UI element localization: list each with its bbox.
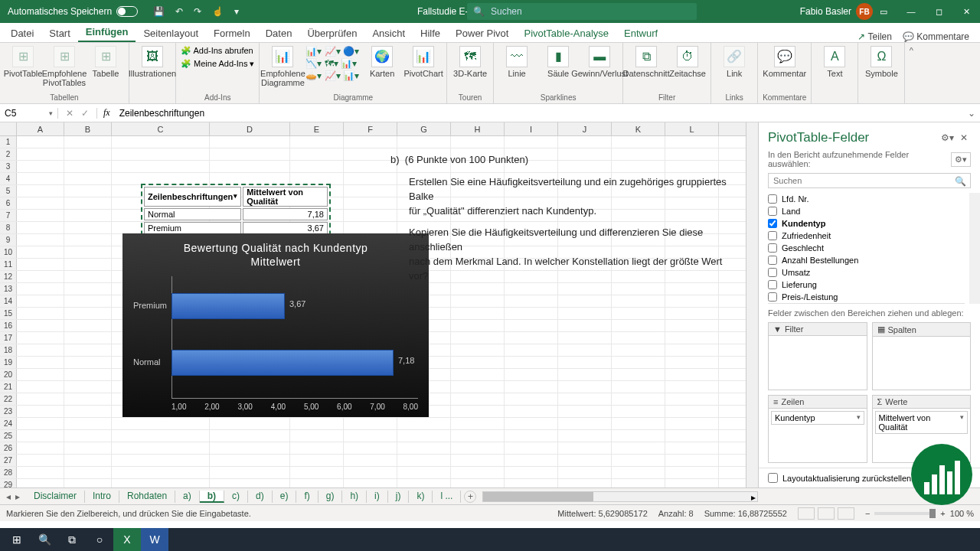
field-checkbox[interactable]: Preis-/Leistung bbox=[768, 291, 965, 303]
zoom-out-icon[interactable]: − bbox=[865, 509, 870, 518]
maximize-icon[interactable]: ◻ bbox=[925, 0, 952, 23]
excel-taskbar-icon[interactable]: X bbox=[113, 528, 141, 551]
tab-ansicht[interactable]: Ansicht bbox=[364, 24, 413, 42]
embedded-chart[interactable]: Bewertung Qualität nach KundentypMittelw… bbox=[122, 233, 429, 417]
col-I[interactable]: I bbox=[505, 122, 558, 135]
rows-area[interactable]: ≡ ZeilenKundentyp bbox=[768, 395, 867, 463]
recommended-pivottables-button[interactable]: ⊞Empfohlene PivotTables bbox=[46, 46, 83, 87]
field-checkbox[interactable]: Anzahl Bestellungen bbox=[768, 254, 965, 266]
layout-options-icon[interactable]: ⚙▾ bbox=[951, 152, 971, 167]
enter-formula-icon[interactable]: ✓ bbox=[81, 108, 89, 119]
field-checkbox[interactable]: Umsatz bbox=[768, 266, 965, 279]
tab-ueberpruefen[interactable]: Überprüfen bbox=[299, 24, 364, 42]
zoom-in-icon[interactable]: + bbox=[940, 509, 945, 518]
text-button[interactable]: AText bbox=[816, 46, 853, 78]
comments-button[interactable]: 💬 Kommentare bbox=[903, 31, 969, 42]
pivottable-button[interactable]: ⊞PivotTable bbox=[5, 46, 41, 78]
zoom-control[interactable]: − + 100 % bbox=[865, 509, 974, 518]
tab-hilfe[interactable]: Hilfe bbox=[413, 24, 448, 42]
3d-map-button[interactable]: 🗺3D-Karte bbox=[452, 46, 488, 78]
add-sheet-button[interactable]: + bbox=[464, 491, 476, 503]
link-button[interactable]: 🔗Link bbox=[716, 46, 753, 78]
sheet-tab[interactable]: k) bbox=[409, 491, 433, 503]
pane-options-icon[interactable]: ⚙▾ bbox=[938, 132, 957, 143]
save-icon[interactable]: 💾 bbox=[153, 6, 165, 17]
cortana-icon[interactable]: ○ bbox=[86, 528, 113, 551]
col-K[interactable]: K bbox=[612, 122, 665, 135]
col-L[interactable]: L bbox=[665, 122, 719, 135]
sheet-tab[interactable]: e) bbox=[273, 491, 297, 503]
touch-icon[interactable]: ☝ bbox=[212, 6, 224, 17]
sparkline-line-button[interactable]: 〰Linie bbox=[498, 46, 535, 78]
tab-einfuegen[interactable]: Einfügen bbox=[78, 23, 136, 42]
collapse-ribbon-icon[interactable]: ^ bbox=[905, 43, 917, 103]
sheet-nav-next-icon[interactable]: ▸ bbox=[15, 491, 20, 502]
col-C[interactable]: C bbox=[112, 122, 210, 135]
redo-icon[interactable]: ↷ bbox=[194, 6, 201, 17]
sheet-tab[interactable]: b) bbox=[200, 491, 224, 503]
formula-input[interactable] bbox=[116, 108, 968, 119]
sheet-tab[interactable]: d) bbox=[248, 491, 273, 503]
page-layout-view-icon[interactable] bbox=[818, 507, 835, 520]
tab-seitenlayout[interactable]: Seitenlayout bbox=[136, 24, 206, 42]
recommended-charts-button[interactable]: 📊Empfohlene Diagramme bbox=[264, 46, 301, 87]
user-account[interactable]: Fabio Basler FB bbox=[800, 3, 873, 20]
chart-type-1[interactable]: 📊▾ 📈▾ 🔵▾ bbox=[305, 46, 359, 57]
field-checkbox[interactable]: Lieferung bbox=[768, 279, 965, 291]
col-J[interactable]: J bbox=[558, 122, 612, 135]
field-checkbox[interactable]: Kundentyp bbox=[768, 217, 965, 230]
maps-button[interactable]: 🌍Karten bbox=[364, 46, 400, 78]
pivot-row-header[interactable]: Zeilenbeschriftungen bbox=[144, 187, 241, 207]
sheet-nav-prev-icon[interactable]: ◂ bbox=[6, 491, 11, 502]
page-break-view-icon[interactable] bbox=[838, 507, 854, 520]
task-view-icon[interactable]: ⧉ bbox=[58, 528, 86, 551]
symbols-button[interactable]: ΩSymbole bbox=[863, 46, 900, 78]
col-E[interactable]: E bbox=[290, 122, 344, 135]
col-F[interactable]: F bbox=[344, 122, 397, 135]
close-icon[interactable]: ✕ bbox=[952, 0, 980, 23]
ribbon-display-icon[interactable]: ▭ bbox=[870, 0, 897, 23]
col-A[interactable]: A bbox=[17, 122, 64, 135]
field-checkbox[interactable]: Land bbox=[768, 205, 965, 217]
zoom-slider[interactable] bbox=[874, 512, 936, 515]
sheet-tab[interactable]: i) bbox=[367, 491, 388, 503]
sheet-tab[interactable]: l ... bbox=[433, 491, 461, 503]
col-D[interactable]: D bbox=[210, 122, 290, 135]
minimize-icon[interactable]: — bbox=[897, 0, 925, 23]
tab-powerpivot[interactable]: Power Pivot bbox=[448, 24, 516, 42]
sheet-tab[interactable]: Rohdaten bbox=[119, 491, 175, 503]
sheet-tab[interactable]: Disclaimer bbox=[26, 491, 85, 503]
search-box[interactable]: 🔍 bbox=[467, 3, 697, 20]
get-addins-button[interactable]: 🧩 Add-Ins abrufen bbox=[181, 46, 253, 56]
sheet-tab[interactable]: c) bbox=[224, 491, 248, 503]
timeline-button[interactable]: ⏱Zeitachse bbox=[669, 46, 706, 78]
normal-view-icon[interactable] bbox=[798, 507, 815, 520]
sheet-tab[interactable]: f) bbox=[296, 491, 318, 503]
values-area-item[interactable]: Mittelwert von Qualität bbox=[875, 411, 969, 434]
tab-pivottable-analyse[interactable]: PivotTable-Analyse bbox=[516, 24, 616, 42]
field-checkbox[interactable]: Geschlecht bbox=[768, 242, 965, 254]
comment-button[interactable]: 💬Kommentar bbox=[766, 46, 803, 78]
col-H[interactable]: H bbox=[451, 122, 505, 135]
field-checkbox[interactable]: Lfd. Nr. bbox=[768, 193, 965, 205]
select-all-corner[interactable] bbox=[0, 122, 17, 135]
field-search-input[interactable] bbox=[768, 173, 971, 188]
toggle-switch[interactable] bbox=[116, 6, 138, 17]
my-addins-button[interactable]: 🧩 Meine Add-Ins ▾ bbox=[181, 59, 254, 69]
field-list-scrollbar[interactable] bbox=[969, 193, 980, 304]
pane-close-icon[interactable]: ✕ bbox=[957, 132, 971, 143]
filters-area[interactable]: ▼ Filter bbox=[768, 322, 867, 390]
cancel-formula-icon[interactable]: ✕ bbox=[66, 108, 74, 119]
share-button[interactable]: Teilen bbox=[858, 31, 891, 42]
sheet-tab[interactable]: Intro bbox=[85, 491, 119, 503]
defer-checkbox[interactable] bbox=[768, 473, 778, 483]
customize-qat-icon[interactable]: ▾ bbox=[234, 6, 239, 17]
pivotchart-button[interactable]: 📊PivotChart bbox=[405, 46, 442, 78]
search-input[interactable] bbox=[491, 6, 691, 17]
chart-type-2[interactable]: 📉▾ 🗺▾ 📊▾ bbox=[305, 58, 359, 69]
slicer-button[interactable]: ⧉Datenschnitt bbox=[628, 46, 665, 78]
field-checkbox[interactable]: Zufriedenheit bbox=[768, 230, 965, 242]
table-button[interactable]: ⊞Tabelle bbox=[87, 46, 124, 78]
sheet-tab[interactable]: a) bbox=[175, 491, 200, 503]
chart-type-3[interactable]: 🥧▾ 📈▾ 📊▾ bbox=[305, 70, 359, 81]
